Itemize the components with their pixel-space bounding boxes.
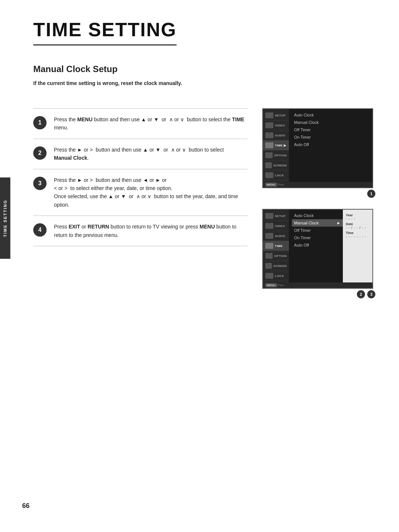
time-icon-2 [265, 243, 273, 249]
tv-menu-manual-clock: Manual Clock [292, 119, 369, 126]
tv-submenu-year-label: Year [346, 213, 369, 217]
tv-menu-1: SETUP VIDEO AUDIO [262, 108, 373, 188]
tv-menu-2-arrow: ► [337, 221, 341, 225]
side-tab-label: TIME SETTING [3, 200, 7, 237]
steps-list: 1 Press the MENU button and then use ▲ o… [33, 108, 248, 246]
tv-sidebar-video-label: VIDEO [275, 124, 285, 127]
tv-sidebar-setup-label: SETUP [275, 114, 286, 117]
steps-column: 1 Press the MENU button and then use ▲ o… [33, 108, 248, 246]
tv-menu-1-sidebar: SETUP VIDEO AUDIO [263, 109, 289, 182]
audio-icon-2 [265, 233, 273, 239]
tv-menu-2-footer: MENU Prev . [263, 282, 372, 288]
page-title: TIME SETTING [33, 18, 177, 45]
step-3-circle: 3 [33, 177, 47, 190]
tv-menu-1-footer: MENU Prev. [263, 182, 372, 187]
tv-sidebar-2-option-label: OPTION [274, 254, 287, 258]
tv-sidebar-2-time: TIME [263, 241, 289, 251]
tv-footer-2-prev-label: Prev . [278, 284, 286, 287]
tv-menu-2: SETUP VIDEO AUDIO [262, 209, 373, 289]
page-number: 66 [22, 502, 30, 510]
tv-menu-2-auto-clock: Auto Clock [292, 212, 343, 219]
step-1-text: Press the MENU button and then use ▲ or … [54, 115, 248, 132]
lock-icon [265, 172, 273, 178]
audio-icon [265, 132, 273, 138]
tv-menu-2-manual-clock-label: Manual Clock [294, 221, 319, 225]
tv-submenu-date-value: - - / - - / - - [346, 226, 369, 230]
step-2-text: Press the ► or > button and then use ▲ o… [54, 146, 248, 162]
content-layout: 1 Press the MENU button and then use ▲ o… [33, 108, 377, 298]
lock-icon-2 [265, 273, 273, 279]
step-1: 1 Press the MENU button and then use ▲ o… [33, 108, 248, 139]
tv-menu-2-off-timer: Off Timer [292, 227, 343, 234]
badge-3: 3 [367, 290, 375, 298]
video-icon [265, 122, 273, 128]
tv-sidebar-2-setup-label: SETUP [275, 214, 286, 218]
tv-footer-menu-label: MENU [265, 183, 277, 187]
screen-2-badge: 2 3 [262, 290, 377, 298]
step-4-text: Press EXIT or RETURN button to return to… [54, 223, 248, 239]
screenshots-column: SETUP VIDEO AUDIO [262, 108, 377, 298]
tv-submenu: Year - - - - Date - - / - - / - - Time -… [343, 210, 372, 282]
tv-sidebar-time: TIME ▶ [263, 140, 289, 150]
tv-sidebar-video: VIDEO [263, 121, 289, 131]
step-3-text: Press the ► or > button and then use ◄ o… [54, 176, 248, 209]
step-1-circle: 1 [33, 116, 47, 129]
tv-submenu-time-value: - - : - - : - - [346, 235, 369, 238]
tv-sidebar-2-screen-label: SCREEN [273, 264, 287, 268]
tv-menu-auto-off: Auto Off [292, 141, 369, 148]
main-content: TIME SETTING Manual Clock Setup If the c… [18, 0, 399, 328]
section-heading: Manual Clock Setup [33, 64, 377, 74]
tv-sidebar-audio-label: AUDIO [275, 134, 285, 137]
setup-icon-2 [265, 213, 273, 219]
screen-1-badge: 1 [262, 190, 377, 198]
step-3: 3 Press the ► or > button and then use ◄… [33, 169, 248, 216]
tv-sidebar-2-audio: AUDIO [263, 231, 289, 241]
option-icon-2 [265, 253, 273, 259]
tv-sidebar-lock-label: LOCK [275, 174, 284, 177]
tv-menu-2-main: Auto Clock Manual Clock ► Off Timer On T… [289, 210, 343, 282]
badge-1: 1 [367, 190, 375, 198]
tv-menu-2-on-timer: On Timer [292, 234, 343, 241]
tv-sidebar-2-video: VIDEO [263, 221, 289, 231]
screen-icon [265, 162, 272, 168]
step-2-circle: 2 [33, 146, 47, 160]
tv-sidebar-screen: SCREEN [263, 160, 289, 170]
step-4: 4 Press EXIT or RETURN button to return … [33, 216, 248, 246]
tv-sidebar-setup: SETUP [263, 111, 289, 121]
tv-menu-1-inner: SETUP VIDEO AUDIO [263, 109, 372, 182]
option-icon [265, 152, 273, 158]
screen-1-container: SETUP VIDEO AUDIO [262, 108, 377, 198]
tv-sidebar-lock: LOCK [263, 170, 289, 180]
tv-sidebar-2-lock-label: LOCK [275, 274, 284, 278]
section-subtitle: If the current time setting is wrong, re… [33, 80, 377, 86]
tv-menu-2-auto-off: Auto Off [292, 241, 343, 249]
tv-menu-auto-clock: Auto Clock [292, 111, 369, 119]
tv-menu-off-timer: Off Timer [292, 126, 369, 133]
tv-menu-1-main: Auto Clock Manual Clock Off Timer On Tim… [289, 109, 372, 182]
tv-sidebar-2-option: OPTION [263, 251, 289, 261]
screen-icon-2 [265, 263, 272, 269]
tv-menu-2-inner: SETUP VIDEO AUDIO [263, 210, 372, 282]
tv-menu-2-sidebar: SETUP VIDEO AUDIO [263, 210, 289, 282]
tv-sidebar-2-screen: SCREEN [263, 261, 289, 271]
tv-footer-2-menu-label: MENU [265, 283, 277, 287]
setup-icon [265, 112, 273, 118]
tv-sidebar-2-video-label: VIDEO [275, 224, 285, 228]
tv-sidebar-2-lock: LOCK [263, 271, 289, 281]
side-tab: TIME SETTING [0, 177, 10, 259]
step-2: 2 Press the ► or > button and then use ▲… [33, 139, 248, 169]
step-4-circle: 4 [33, 223, 47, 237]
tv-sidebar-option-label: OPTION [274, 154, 287, 157]
tv-sidebar-2-time-label: TIME [275, 244, 283, 248]
tv-menu-on-timer: On Timer [292, 133, 369, 141]
time-icon [265, 142, 273, 148]
video-icon-2 [265, 223, 273, 229]
tv-submenu-year-value: - - - - [346, 217, 369, 221]
tv-sidebar-time-label: TIME ▶ [275, 144, 286, 147]
tv-sidebar-screen-label: SCREEN [273, 164, 287, 167]
tv-submenu-date-label: Date [346, 222, 369, 226]
tv-menu-2-manual-clock: Manual Clock ► [292, 219, 343, 227]
tv-sidebar-2-audio-label: AUDIO [275, 234, 285, 238]
tv-sidebar-audio: AUDIO [263, 131, 289, 140]
tv-sidebar-option: OPTION [263, 150, 289, 160]
